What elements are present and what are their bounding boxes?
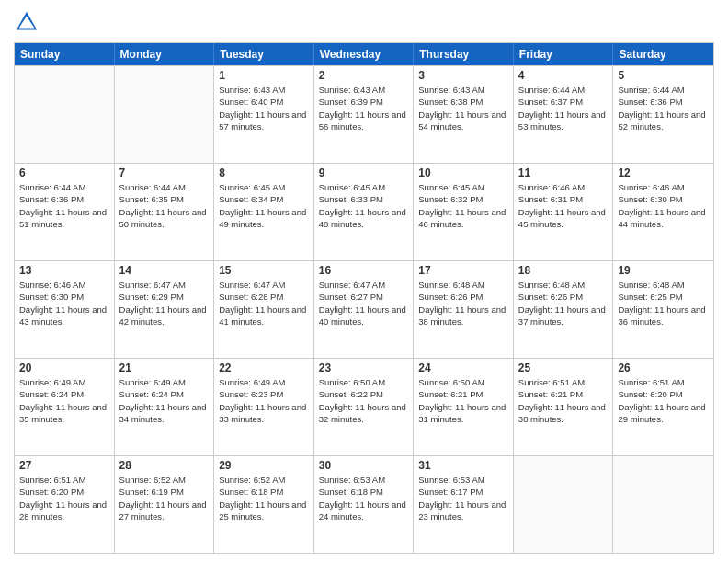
calendar-cell-20: 20Sunrise: 6:49 AMSunset: 6:24 PMDayligh…	[15, 359, 115, 455]
daylight-text: Daylight: 11 hours and 38 minutes.	[418, 304, 508, 328]
sunset-text: Sunset: 6:25 PM	[618, 291, 709, 303]
sunset-text: Sunset: 6:30 PM	[618, 193, 709, 205]
sunrise-text: Sunrise: 6:45 AM	[418, 181, 508, 193]
daylight-text: Daylight: 11 hours and 41 minutes.	[219, 304, 309, 328]
sunset-text: Sunset: 6:40 PM	[219, 96, 309, 108]
sunrise-text: Sunrise: 6:43 AM	[219, 84, 309, 96]
calendar-cell-21: 21Sunrise: 6:49 AMSunset: 6:24 PMDayligh…	[115, 359, 215, 455]
calendar-cell-18: 18Sunrise: 6:48 AMSunset: 6:26 PMDayligh…	[514, 261, 614, 358]
calendar-cell-27: 27Sunrise: 6:51 AMSunset: 6:20 PMDayligh…	[15, 456, 115, 553]
sunrise-text: Sunrise: 6:49 AM	[219, 376, 309, 388]
day-number: 22	[219, 362, 309, 374]
daylight-text: Daylight: 11 hours and 53 minutes.	[518, 109, 609, 133]
sunset-text: Sunset: 6:18 PM	[219, 486, 309, 498]
calendar-cell-26: 26Sunrise: 6:51 AMSunset: 6:20 PMDayligh…	[613, 359, 713, 455]
day-number: 5	[618, 69, 709, 82]
sunset-text: Sunset: 6:20 PM	[618, 388, 709, 400]
day-number: 24	[418, 362, 508, 374]
logo-icon	[14, 9, 40, 35]
day-number: 11	[518, 167, 609, 179]
sunrise-text: Sunrise: 6:46 AM	[518, 181, 609, 193]
sunset-text: Sunset: 6:19 PM	[119, 486, 210, 498]
day-number: 1	[219, 69, 309, 82]
sunset-text: Sunset: 6:29 PM	[119, 291, 210, 303]
sunrise-text: Sunrise: 6:48 AM	[618, 279, 709, 291]
daylight-text: Daylight: 11 hours and 43 minutes.	[19, 304, 109, 328]
calendar-cell-29: 29Sunrise: 6:52 AMSunset: 6:18 PMDayligh…	[214, 456, 314, 553]
logo	[14, 9, 41, 35]
daylight-text: Daylight: 11 hours and 52 minutes.	[618, 109, 709, 133]
daylight-text: Daylight: 11 hours and 37 minutes.	[518, 304, 609, 328]
daylight-text: Daylight: 11 hours and 25 minutes.	[219, 499, 309, 523]
weekday-header-tuesday: Tuesday	[214, 43, 314, 65]
calendar-cell-4: 4Sunrise: 6:44 AMSunset: 6:37 PMDaylight…	[514, 66, 614, 163]
calendar-cell-11: 11Sunrise: 6:46 AMSunset: 6:31 PMDayligh…	[514, 164, 614, 260]
day-number: 30	[319, 459, 409, 472]
calendar-cell-10: 10Sunrise: 6:45 AMSunset: 6:32 PMDayligh…	[414, 164, 514, 260]
calendar-cell-23: 23Sunrise: 6:50 AMSunset: 6:22 PMDayligh…	[314, 359, 415, 455]
day-number: 18	[518, 264, 609, 277]
day-number: 17	[418, 264, 508, 277]
calendar-row-0: 1Sunrise: 6:43 AMSunset: 6:40 PMDaylight…	[15, 65, 713, 163]
day-number: 2	[319, 69, 409, 82]
calendar-row-4: 27Sunrise: 6:51 AMSunset: 6:20 PMDayligh…	[15, 455, 713, 553]
day-number: 15	[219, 264, 309, 277]
day-number: 9	[319, 167, 409, 179]
sunset-text: Sunset: 6:20 PM	[19, 486, 109, 498]
sunset-text: Sunset: 6:30 PM	[19, 291, 109, 303]
sunrise-text: Sunrise: 6:45 AM	[219, 181, 309, 193]
day-number: 26	[618, 362, 709, 374]
sunrise-text: Sunrise: 6:50 AM	[418, 376, 508, 388]
sunrise-text: Sunrise: 6:44 AM	[19, 181, 109, 193]
day-number: 8	[219, 167, 309, 179]
calendar-cell-6: 6Sunrise: 6:44 AMSunset: 6:36 PMDaylight…	[15, 164, 115, 260]
day-number: 29	[219, 459, 309, 472]
header	[14, 9, 714, 35]
sunrise-text: Sunrise: 6:47 AM	[319, 279, 409, 291]
calendar-cell-14: 14Sunrise: 6:47 AMSunset: 6:29 PMDayligh…	[115, 261, 215, 358]
daylight-text: Daylight: 11 hours and 31 minutes.	[418, 401, 508, 426]
daylight-text: Daylight: 11 hours and 33 minutes.	[219, 401, 309, 426]
sunset-text: Sunset: 6:37 PM	[518, 96, 609, 108]
sunrise-text: Sunrise: 6:44 AM	[618, 84, 709, 96]
daylight-text: Daylight: 11 hours and 32 minutes.	[319, 401, 409, 426]
daylight-text: Daylight: 11 hours and 24 minutes.	[319, 499, 409, 523]
daylight-text: Daylight: 11 hours and 49 minutes.	[219, 206, 309, 231]
daylight-text: Daylight: 11 hours and 45 minutes.	[518, 206, 609, 231]
sunset-text: Sunset: 6:26 PM	[418, 291, 508, 303]
sunrise-text: Sunrise: 6:47 AM	[119, 279, 210, 291]
calendar-header: SundayMondayTuesdayWednesdayThursdayFrid…	[15, 43, 713, 65]
sunrise-text: Sunrise: 6:51 AM	[518, 376, 609, 388]
sunset-text: Sunset: 6:24 PM	[19, 388, 109, 400]
sunset-text: Sunset: 6:39 PM	[319, 96, 409, 108]
day-number: 6	[19, 167, 109, 179]
daylight-text: Daylight: 11 hours and 27 minutes.	[119, 499, 210, 523]
sunset-text: Sunset: 6:35 PM	[119, 193, 210, 205]
day-number: 21	[119, 362, 210, 374]
calendar-body: 1Sunrise: 6:43 AMSunset: 6:40 PMDaylight…	[15, 65, 713, 553]
calendar-cell-empty	[115, 66, 215, 163]
sunset-text: Sunset: 6:27 PM	[319, 291, 409, 303]
calendar-cell-25: 25Sunrise: 6:51 AMSunset: 6:21 PMDayligh…	[514, 359, 614, 455]
sunrise-text: Sunrise: 6:50 AM	[319, 376, 409, 388]
sunset-text: Sunset: 6:36 PM	[19, 193, 109, 205]
sunrise-text: Sunrise: 6:46 AM	[618, 181, 709, 193]
sunset-text: Sunset: 6:32 PM	[418, 193, 508, 205]
calendar-cell-22: 22Sunrise: 6:49 AMSunset: 6:23 PMDayligh…	[214, 359, 314, 455]
calendar-cell-empty	[514, 456, 614, 553]
sunrise-text: Sunrise: 6:47 AM	[219, 279, 309, 291]
sunrise-text: Sunrise: 6:52 AM	[119, 474, 210, 486]
sunrise-text: Sunrise: 6:43 AM	[418, 84, 508, 96]
sunset-text: Sunset: 6:23 PM	[219, 388, 309, 400]
daylight-text: Daylight: 11 hours and 28 minutes.	[19, 499, 109, 523]
sunset-text: Sunset: 6:38 PM	[418, 96, 508, 108]
day-number: 4	[518, 69, 609, 82]
calendar-cell-2: 2Sunrise: 6:43 AMSunset: 6:39 PMDaylight…	[314, 66, 415, 163]
daylight-text: Daylight: 11 hours and 29 minutes.	[618, 401, 709, 426]
daylight-text: Daylight: 11 hours and 30 minutes.	[518, 401, 609, 426]
calendar-cell-8: 8Sunrise: 6:45 AMSunset: 6:34 PMDaylight…	[214, 164, 314, 260]
sunrise-text: Sunrise: 6:51 AM	[19, 474, 109, 486]
day-number: 20	[19, 362, 109, 374]
sunrise-text: Sunrise: 6:46 AM	[19, 279, 109, 291]
weekday-header-friday: Friday	[514, 43, 614, 65]
